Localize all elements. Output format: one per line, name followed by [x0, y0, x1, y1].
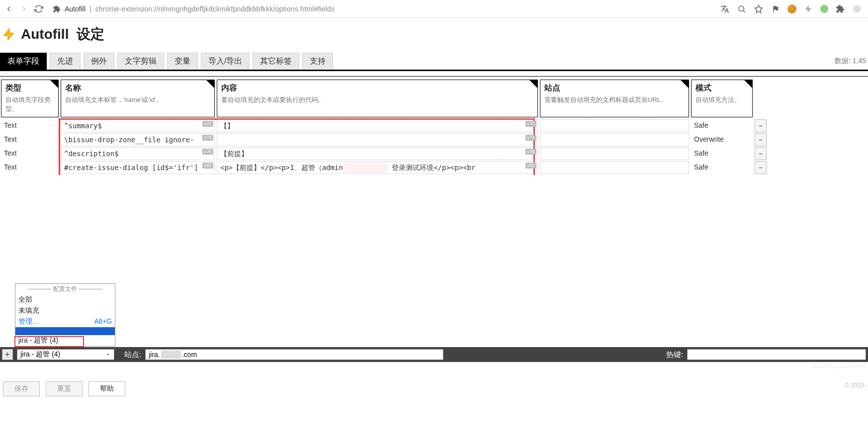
table-body: Text ^summary$n72 【】v72 Safe − Text \bis… — [0, 117, 868, 174]
extension-icon — [53, 5, 61, 13]
type-cell[interactable]: Text — [1, 161, 59, 174]
tab-exceptions[interactable]: 例外 — [84, 53, 114, 70]
col-content: 内容要自动填充的文本或要执行的代码。 — [217, 80, 538, 117]
forward-button[interactable] — [19, 4, 29, 14]
site-cell[interactable] — [540, 133, 689, 146]
content-cell[interactable]: v74 — [217, 133, 538, 146]
reload-button[interactable] — [34, 4, 44, 14]
row-action-button[interactable]: − — [755, 119, 767, 132]
table-row: Text ^description$n76 【前提】v76 Safe − — [0, 147, 868, 160]
zoom-icon[interactable] — [737, 4, 747, 14]
row-action-button[interactable]: − — [755, 133, 767, 146]
avatar-icon[interactable] — [852, 4, 862, 14]
tabs-bar: 表单字段 先进 例外 文字剪辑 变量 导入/导出 其它标签 支持 数据: 1,4… — [0, 53, 868, 71]
col-type: 类型自动填充字段类型。 — [1, 80, 59, 117]
row-action-button[interactable]: − — [755, 147, 767, 160]
cookie-icon[interactable] — [787, 4, 796, 13]
site-cell[interactable] — [540, 161, 689, 174]
table-header: 类型自动填充字段类型。 名称自动填充文本标签，'name'或'id'。 内容要自… — [0, 77, 868, 117]
autofill-logo-icon — [2, 27, 16, 41]
name-cell[interactable]: \bissue-drop-zone__file ignore-n74 — [61, 133, 215, 146]
content-cell[interactable]: 【前提】v76 — [217, 147, 538, 160]
mode-cell[interactable]: Safe — [691, 147, 753, 160]
page-header: Autofill 设定 — [0, 18, 868, 49]
table-row: Text ^summary$n72 【】v72 Safe − — [0, 119, 868, 132]
name-cell[interactable]: ^summary$n72 — [61, 119, 215, 132]
bookmark-icon[interactable] — [754, 4, 764, 14]
mode-cell[interactable]: Safe — [691, 161, 753, 174]
address-bar[interactable]: Autofill | chrome-extension://nlmmgnhgde… — [49, 5, 715, 13]
row-action-button[interactable]: − — [755, 161, 767, 174]
extensions-icon[interactable] — [835, 4, 845, 14]
flag-icon[interactable] — [771, 4, 781, 14]
site-cell[interactable] — [540, 147, 689, 160]
tab-fields[interactable]: 表单字段 — [0, 53, 47, 70]
tab-other[interactable]: 其它标签 — [253, 53, 299, 70]
page-title: Autofill — [21, 26, 69, 42]
tab-textclip[interactable]: 文字剪辑 — [117, 53, 164, 70]
page-subtitle: 设定 — [77, 25, 104, 44]
svg-point-0 — [739, 6, 744, 11]
redacted-area — [344, 162, 388, 173]
tab-variables[interactable]: 变量 — [167, 53, 198, 70]
content-cell[interactable]: <p>【前提】</p><p>1、超管（admin /Ab123456）登录测试环… — [217, 161, 538, 174]
type-cell[interactable]: Text — [1, 147, 59, 160]
mode-cell[interactable]: Overwrite — [691, 133, 753, 146]
table-row: Text #create-issue-dialog [id$='ifr']n92… — [0, 161, 868, 174]
content-cell[interactable]: 【】v72 — [217, 119, 538, 132]
col-name: 名称自动填充文本标签，'name'或'id'。 — [61, 80, 215, 117]
tab-import-export[interactable]: 导入/导出 — [201, 53, 250, 70]
profile-dot-icon[interactable] — [820, 5, 828, 13]
url-label: Autofill — [65, 5, 86, 13]
tab-support[interactable]: 支持 — [302, 53, 333, 70]
name-cell[interactable]: ^description$n76 — [61, 147, 215, 160]
data-count: 数据: 1,45 — [835, 57, 868, 66]
svg-point-1 — [854, 5, 861, 12]
browser-toolbar: Autofill | chrome-extension://nlmmgnhgde… — [0, 0, 868, 18]
translate-icon[interactable] — [720, 4, 730, 14]
name-cell[interactable]: #create-issue-dialog [id$='ifr']n92 — [61, 161, 215, 174]
type-cell[interactable]: Text — [1, 133, 59, 146]
col-site: 站点需要触发自动填充的文档标题或页面URL。 — [540, 80, 689, 117]
back-button[interactable] — [4, 4, 14, 14]
type-cell[interactable]: Text — [1, 119, 59, 132]
mode-cell[interactable]: Safe — [691, 119, 753, 132]
table-row: Text \bissue-drop-zone__file ignore-n74 … — [0, 133, 868, 146]
site-cell[interactable] — [540, 119, 689, 132]
url-text: chrome-extension://nlmmgnhgdeffjkdckmikf… — [95, 5, 335, 13]
tab-advanced[interactable]: 先进 — [50, 53, 81, 70]
autofill-ext-icon[interactable] — [803, 4, 813, 14]
col-mode: 模式自动填充方法。 — [691, 80, 753, 117]
